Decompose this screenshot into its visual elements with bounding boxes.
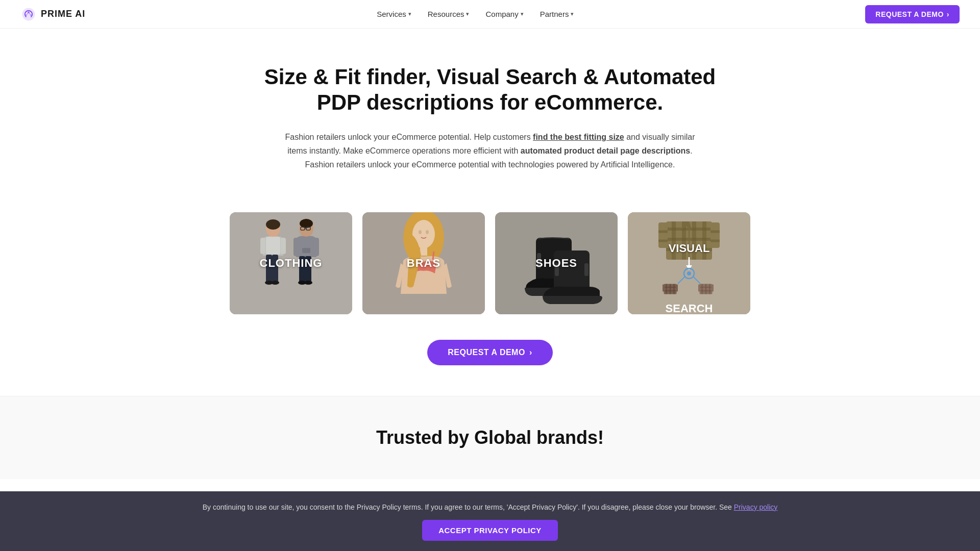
svg-rect-9 xyxy=(281,238,286,254)
logo-text: PRIME AI xyxy=(41,9,85,19)
card-shoes[interactable]: SHOES xyxy=(495,212,618,314)
arrow-icon: › xyxy=(529,348,532,357)
logo[interactable]: PRIME AI xyxy=(20,6,85,22)
svg-text:VISUAL: VISUAL xyxy=(669,242,710,255)
svg-point-29 xyxy=(419,230,422,234)
nav-item-partners[interactable]: Partners ▾ xyxy=(534,6,580,22)
trusted-heading: Trusted by Global brands! xyxy=(20,427,960,448)
svg-rect-52 xyxy=(710,222,720,248)
card-visual-bg: VISUAL xyxy=(628,212,750,314)
bold-text: automated product detail page descriptio… xyxy=(521,146,691,155)
chevron-down-icon: ▾ xyxy=(521,11,524,17)
nav-links: Services ▾ Resources ▾ Company ▾ Partner… xyxy=(371,6,580,22)
chevron-down-icon: ▾ xyxy=(408,11,411,17)
logo-icon xyxy=(20,6,37,22)
svg-rect-70 xyxy=(663,285,665,292)
card-clothing[interactable]: CLOTHING xyxy=(230,212,352,314)
trusted-section: Trusted by Global brands! xyxy=(0,396,980,479)
navbar: PRIME AI Services ▾ Resources ▾ Company … xyxy=(0,0,980,29)
visual-search-illustration: VISUAL xyxy=(628,212,750,314)
svg-rect-8 xyxy=(260,238,265,254)
card-bras-label: BRAS xyxy=(407,257,440,270)
svg-rect-40 xyxy=(584,263,589,276)
chevron-down-icon: ▾ xyxy=(466,11,469,17)
hero-heading: Size & Fit finder, Visual Search & Autom… xyxy=(260,64,720,116)
arrow-icon: › xyxy=(947,10,949,18)
card-clothing-label: CLOTHING xyxy=(260,257,323,270)
nav-item-company[interactable]: Company ▾ xyxy=(479,6,529,22)
svg-point-30 xyxy=(426,230,429,234)
svg-rect-31 xyxy=(420,245,427,256)
svg-rect-79 xyxy=(712,285,714,292)
hero-section: Size & Fit finder, Visual Search & Autom… xyxy=(0,29,980,192)
svg-rect-21 xyxy=(314,238,319,256)
demo-button-section: REQUEST A DEMO › xyxy=(0,324,980,396)
request-demo-button-nav[interactable]: REQUEST A DEMO › xyxy=(865,5,960,23)
svg-point-6 xyxy=(266,219,280,230)
svg-point-13 xyxy=(271,281,279,285)
nav-item-services[interactable]: Services ▾ xyxy=(371,6,418,22)
highlight-text: find the best fitting size xyxy=(533,133,624,141)
request-demo-button-main[interactable]: REQUEST A DEMO › xyxy=(427,340,552,365)
card-shoes-label: SHOES xyxy=(535,257,577,270)
card-bras[interactable]: BRAS xyxy=(362,212,485,314)
chevron-down-icon: ▾ xyxy=(571,11,574,17)
svg-point-0 xyxy=(22,8,35,20)
hero-body: Fashion retailers unlock your eCommerce … xyxy=(281,130,699,172)
svg-rect-71 xyxy=(676,285,678,292)
svg-point-25 xyxy=(304,281,312,285)
product-cards: CLOTHING xyxy=(0,192,980,324)
svg-point-61 xyxy=(687,271,691,276)
svg-rect-19 xyxy=(302,248,310,253)
svg-rect-78 xyxy=(698,285,700,292)
svg-text:SEARCH: SEARCH xyxy=(666,302,713,314)
svg-rect-20 xyxy=(293,238,299,256)
nav-item-resources[interactable]: Resources ▾ xyxy=(422,6,476,22)
svg-rect-51 xyxy=(658,222,668,248)
card-visual-search[interactable]: VISUAL xyxy=(628,212,750,314)
